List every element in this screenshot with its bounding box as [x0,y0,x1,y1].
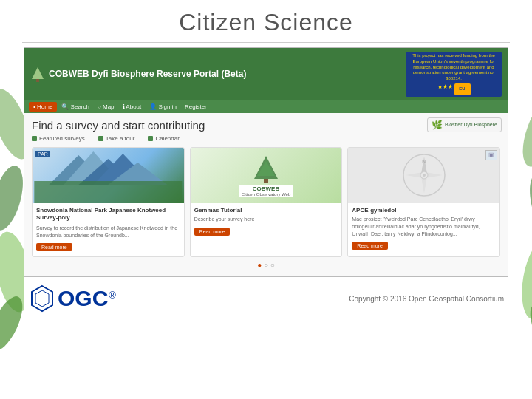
nature-decoration-right [508,65,532,353]
cobweb-logo-area: COBWEB Dyfi Biosphere Reserve Portal (Be… [30,66,246,82]
page-title: Citizen Science [22,9,510,36]
eu-funding-badge: This project has received funding from t… [406,52,502,97]
biosphere-badge: 🌿 Biosffer Dyfi Biosphere [427,117,502,132]
eu-flag-icon: EU [454,83,471,95]
card-1-body: Snowdonia National Park Japanese Knotwee… [33,203,184,256]
nav-home[interactable]: • Home [29,102,57,112]
svg-text:N: N [422,158,426,165]
cobweb-portal-screenshot: COBWEB Dyfi Biosphere Reserve Portal (Be… [24,47,508,277]
svg-point-1 [0,163,24,233]
cobweb-tree-large [251,154,281,183]
tab-tour[interactable]: Take a tour [98,135,135,142]
cobweb-nav[interactable]: • Home 🔍 Search ○ Map ℹ About 👤 Sign in … [24,100,508,113]
nav-search[interactable]: 🔍 Search [58,102,93,112]
card-3-desc: Mae prosiect 'Yweirdod Parc Cenedlaethol… [352,216,496,237]
card-1-image: PAR [33,148,184,203]
survey-card-2: COBWEB Citizen Observatory Web Gemmas Tu… [190,147,343,257]
footer: OGC ® Copyright © 2016 Open Geospatial C… [0,280,532,313]
cobweb-portal-title: COBWEB Dyfi Biosphere Reserve Portal (Be… [49,69,246,79]
tab-featured[interactable]: Featured surveys [32,135,85,142]
svg-point-5 [524,170,532,241]
leaf-icon: 🌿 [432,120,443,130]
card-3-read-more[interactable]: Read more [352,242,388,250]
nav-map[interactable]: ○ Map [94,102,118,112]
leaves-svg-left [0,65,24,353]
svg-rect-15 [34,181,182,203]
copyright-text: Copyright © 2016 Open Geospatial Consort… [349,295,504,303]
cobweb-header: COBWEB Dyfi Biosphere Reserve Portal (Be… [24,48,508,100]
survey-cards: PAR Snowdonia National Park Japanese Kno… [32,147,500,257]
compass-icon: N [402,153,446,197]
card-3-image: N ▣ [348,148,499,203]
survey-card-1: PAR Snowdonia National Park Japanese Kno… [32,147,185,257]
nav-about[interactable]: ℹ About [119,102,146,112]
svg-marker-28 [35,290,49,307]
svg-point-25 [423,174,426,177]
svg-marker-8 [32,67,44,79]
portal-body: Find a survey and start contributing 🌿 B… [24,113,508,276]
card-3-title: APCE-gymiedol [352,207,496,214]
nav-register[interactable]: Register [181,102,211,112]
mountain-scene [33,148,184,203]
page-header: Citizen Science [22,0,510,43]
cobweb-tree-icon [30,66,45,82]
ogc-registered-symbol: ® [109,290,116,301]
pagination-dots[interactable]: ● ○ ○ [32,257,500,270]
card-3-thumb: ▣ [485,150,497,160]
svg-rect-17 [264,179,268,183]
eu-stars: ★★★ EU [409,83,499,95]
nav-signin[interactable]: 👤 Sign in [146,102,180,112]
card-2-title: Gemmas Tutorial [194,207,338,214]
portal-tabs[interactable]: Featured surveys Take a tour Calendar [32,135,500,142]
survey-card-3: N ▣ APCE-gymiedol Mae prosiect 'Yweirdod… [347,147,500,257]
cobweb-card-label: COBWEB Citizen Observatory Web [239,185,294,197]
tab-icon-calendar [148,136,153,141]
svg-point-4 [515,92,532,171]
svg-point-3 [0,292,24,353]
card-1-read-more[interactable]: Read more [36,243,72,251]
tab-icon-featured [32,136,37,141]
tab-calendar[interactable]: Calendar [148,135,179,142]
card-2-image: COBWEB Citizen Observatory Web [191,148,342,203]
card-2-desc: Describe your survey here [194,216,338,223]
dot-active: ● [257,261,262,269]
tab-icon-tour [98,136,103,141]
ogc-hexagon-icon [28,284,56,313]
card-3-body: APCE-gymiedol Mae prosiect 'Yweirdod Par… [348,203,499,255]
dot-2: ○ [264,261,268,269]
card-2-body: Gemmas Tutorial Describe your survey her… [191,203,342,241]
svg-point-6 [516,236,532,322]
svg-point-0 [0,84,24,164]
svg-marker-27 [32,286,52,311]
card-1-desc: Survey to record the distribution of Jap… [36,225,180,239]
dot-3: ○ [270,261,275,269]
card-1-title: Snowdonia National Park Japanese Knotwee… [36,207,180,222]
card-2-read-more[interactable]: Read more [194,228,231,236]
svg-rect-9 [36,79,39,82]
ogc-logo-area: OGC ® [28,284,116,313]
cobweb-card-logo: COBWEB Citizen Observatory Web [191,148,342,203]
ogc-logo-text: OGC [58,287,108,310]
leaves-svg-right [508,65,532,353]
nature-decoration-left [0,65,24,353]
par-badge: PAR [35,151,50,157]
